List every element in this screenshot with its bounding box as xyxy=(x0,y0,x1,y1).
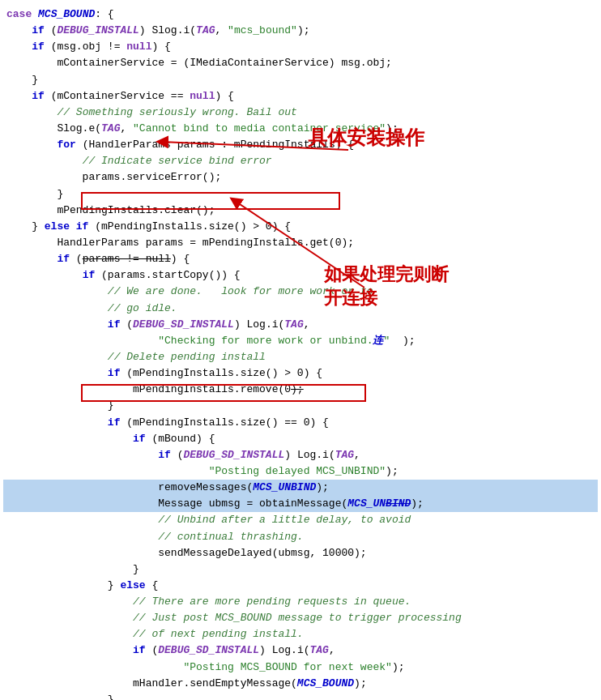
code-line-40: if (DEBUG_SD_INSTALL) Log.i(TAG, xyxy=(3,642,598,659)
code-line-19: // go idle. xyxy=(3,301,598,317)
code-line-36: } else { xyxy=(3,578,598,594)
code-line-14: } else if (mPendingInstalls.size() > 0) … xyxy=(3,219,598,235)
code-line-20: if (DEBUG_SD_INSTALL) Log.i(TAG, xyxy=(3,317,598,333)
code-line-3: if (msg.obj != null) { xyxy=(3,39,598,55)
code-line-15: HandlerParams params = mPendingInstalls.… xyxy=(3,235,598,251)
code-line-1: case MCS_BOUND: { xyxy=(3,6,598,23)
code-line-18: // We are done. look for more work or to xyxy=(3,284,598,300)
code-line-43: } xyxy=(3,692,598,700)
code-line-11: params.serviceError(); xyxy=(3,169,598,186)
code-line-2: if (DEBUG_INSTALL) Slog.i(TAG, "mcs_boun… xyxy=(3,23,598,39)
code-line-6: if (mContainerService == null) { xyxy=(3,88,598,105)
code-line-31: Message ubmsg = obtainMessage(MCS_UNBIND… xyxy=(3,496,598,512)
code-line-17: if (params.startCopy()) { xyxy=(3,267,598,284)
code-line-13: mPendingInstalls.clear(); xyxy=(3,203,598,219)
code-line-37: // There are more pending requests in qu… xyxy=(3,594,598,610)
code-line-33: // continual thrashing. xyxy=(3,529,598,545)
code-line-8: Slog.e(TAG, "Cannot bind to media contai… xyxy=(3,121,598,137)
code-line-21: "Checking for more work or unbind.连" ); xyxy=(3,333,598,349)
code-line-26: if (mPendingInstalls.size() == 0) { xyxy=(3,415,598,431)
code-line-41: "Posting MCS_BOUND for next week"); xyxy=(3,659,598,676)
code-line-5: } xyxy=(3,72,598,88)
code-line-32: // Unbind after a little delay, to avoid xyxy=(3,512,598,528)
code-line-35: } xyxy=(3,561,598,578)
code-viewer: case MCS_BOUND: { if (DEBUG_INSTALL) Slo… xyxy=(0,0,601,700)
code-line-25: } xyxy=(3,398,598,414)
code-line-22: // Delete pending install xyxy=(3,349,598,365)
code-line-12: } xyxy=(3,186,598,203)
code-line-34: sendMessageDelayed(ubmsg, 10000); xyxy=(3,545,598,561)
code-line-39: // of next pending install. xyxy=(3,626,598,642)
code-line-24: mPendingInstalls.remove(0); xyxy=(3,382,598,398)
code-line-38: // Just post MCS_BOUND message to trigge… xyxy=(3,610,598,626)
code-line-23: if (mPendingInstalls.size() > 0) { xyxy=(3,365,598,382)
code-line-29: "Posting delayed MCS_UNBIND"); xyxy=(3,463,598,480)
code-line-42: mHandler.sendEmptyMessage(MCS_BOUND); xyxy=(3,676,598,692)
code-line-28: if (DEBUG_SD_INSTALL) Log.i(TAG, xyxy=(3,447,598,463)
code-line-4: mContainerService = (IMediaContainerServ… xyxy=(3,55,598,71)
code-line-10: // Indicate service bind error xyxy=(3,153,598,169)
code-line-16: if (params != null) { xyxy=(3,251,598,267)
code-line-30: removeMessages(MCS_UNBIND); xyxy=(3,480,598,496)
code-line-7: // Something seriously wrong. Bail out xyxy=(3,105,598,121)
code-line-27: if (mBound) { xyxy=(3,431,598,447)
code-line-9: for (HandlerParams params : mPendingInst… xyxy=(3,137,598,153)
